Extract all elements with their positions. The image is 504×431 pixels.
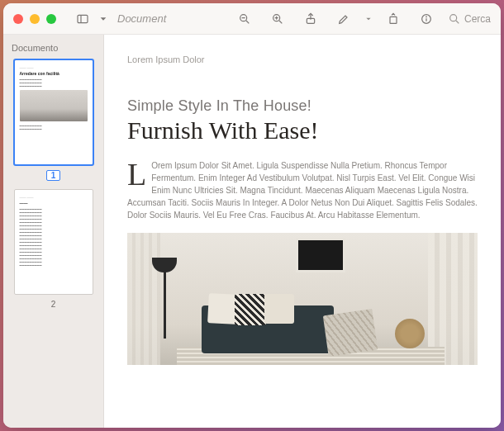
toolbar-right: Cerca	[233, 8, 491, 30]
page-content: Lorem Ipsum Dolor Simple Style In The Ho…	[104, 35, 501, 385]
article-photo	[127, 233, 478, 365]
page-thumbnail-2[interactable]: —— —— —— ▬▬▬▬▬▬▬▬▬▬▬▬▬▬▬▬▬▬▬▬▬▬▬▬▬▬▬▬▬▬▬…	[14, 189, 93, 295]
chevron-down-icon	[365, 16, 372, 22]
sidebar-view-group	[71, 8, 109, 30]
page-running-header: Lorem Ipsum Dolor	[127, 54, 478, 64]
article-body-text: Orem Ipsum Dolor Sit Amet. Ligula Suspen…	[127, 161, 478, 220]
share-button[interactable]	[299, 8, 322, 30]
search-field[interactable]: Cerca	[448, 12, 491, 26]
thumbnail-item[interactable]: —— —— —— ▬▬▬▬▬▬▬▬▬▬▬▬▬▬▬▬▬▬▬▬▬▬▬▬▬▬▬▬▬▬▬…	[3, 189, 103, 309]
search-icon	[448, 12, 461, 26]
titlebar: Document Cerca	[3, 3, 501, 35]
markup-button[interactable]	[332, 8, 355, 30]
info-button[interactable]	[415, 8, 438, 30]
content-area: Documento —— —— Arredare con facilità ▬▬…	[3, 35, 501, 428]
zoom-out-button[interactable]	[233, 8, 256, 30]
svg-line-3	[246, 21, 249, 23]
svg-point-13	[426, 17, 427, 17]
document-viewport[interactable]: Lorem Ipsum Dolor Simple Style In The Ho…	[104, 35, 501, 428]
minimize-window-button[interactable]	[30, 14, 40, 24]
search-placeholder: Cerca	[464, 13, 491, 25]
article-headline: Furnish With Ease!	[127, 116, 478, 144]
sidebar-title: Documento	[3, 41, 103, 59]
close-window-button[interactable]	[13, 14, 23, 24]
svg-point-14	[450, 14, 457, 21]
thumb-page-number: 1	[46, 170, 61, 181]
thumbnail-item[interactable]: —— —— Arredare con facilità ▬▬▬▬▬▬▬▬▬▬▬▬…	[3, 59, 103, 181]
svg-line-6	[279, 21, 282, 23]
zoom-in-button[interactable]	[266, 8, 289, 30]
article-subtitle: Simple Style In The House!	[127, 97, 478, 115]
thumb-title: Arredare con facilità	[20, 71, 88, 76]
dropcap: L	[127, 161, 146, 187]
thumb-page-number: 2	[51, 300, 56, 309]
svg-rect-0	[78, 15, 88, 22]
sidebar-view-menu[interactable]	[97, 8, 109, 30]
article-body: LOrem Ipsum Dolor Sit Amet. Ligula Suspe…	[127, 159, 478, 221]
document-title: Document	[117, 12, 166, 25]
svg-line-15	[456, 21, 459, 23]
thumbnails-sidebar: Documento —— —— Arredare con facilità ▬▬…	[3, 35, 104, 428]
rotate-button[interactable]	[382, 8, 405, 30]
traffic-lights	[13, 14, 56, 24]
page-thumbnail-1[interactable]: —— —— Arredare con facilità ▬▬▬▬▬▬▬▬▬▬▬▬…	[14, 59, 93, 165]
sidebar-toggle-button[interactable]	[71, 8, 94, 30]
app-window: Document Cerca	[3, 3, 501, 428]
svg-rect-10	[390, 17, 397, 23]
fullscreen-window-button[interactable]	[46, 14, 56, 24]
